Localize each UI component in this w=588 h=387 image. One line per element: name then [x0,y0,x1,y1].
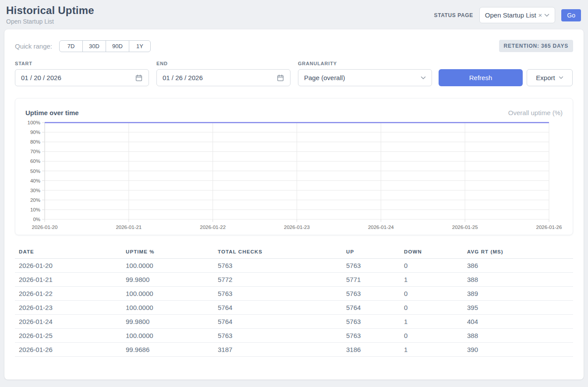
column-header: UP [342,246,400,259]
y-axis-tick-label: 40% [30,178,40,183]
topbar: Historical Uptime Open Startup List STAT… [0,0,588,28]
main-panel: Quick range: 7D30D90D1Y RETENTION: 365 D… [4,29,584,380]
column-header: AVG RT (MS) [463,246,573,259]
granularity-select[interactable]: Page (overall) [298,69,432,86]
table-cell: 2026-01-24 [15,315,122,329]
table-cell: 5764 [214,301,342,315]
column-header: DOWN [400,246,463,259]
table-header-row: DATEUPTIME %TOTAL CHECKSUPDOWNAVG RT (MS… [15,246,573,259]
table-cell: 100.0000 [122,287,214,301]
quick-range-7d[interactable]: 7D [59,40,83,52]
chevron-down-icon [559,76,563,79]
table-cell: 390 [463,343,573,357]
export-button[interactable]: Export [527,69,573,86]
page-subtitle: Open Startup List [6,18,94,25]
x-axis-tick-label: 2026-01-23 [284,225,310,230]
page-title: Historical Uptime [6,4,94,17]
chart-title: Uptime over time [25,109,79,116]
table-cell: 2026-01-21 [15,273,122,287]
end-date-field: END 01 / 26 / 2026 [156,61,298,86]
table-cell: 0 [400,301,463,315]
column-header: DATE [15,246,122,259]
table-cell: 388 [463,329,573,343]
table-cell: 5763 [342,329,400,343]
status-page-label: STATUS PAGE [434,12,473,18]
quick-range-1y[interactable]: 1Y [129,40,151,52]
table-cell: 5763 [342,287,400,301]
start-label: START [15,61,156,66]
table-cell: 1 [400,343,463,357]
calendar-icon[interactable] [276,74,284,82]
topbar-controls: STATUS PAGE Open Startup List × Go [434,7,581,23]
table-cell: 5763 [214,329,342,343]
chart-legend: Overall uptime (%) [508,109,563,116]
x-axis-tick-label: 2026-01-25 [452,225,478,230]
y-axis-tick-label: 30% [30,188,40,193]
table-cell: 389 [463,287,573,301]
end-date-input[interactable]: 01 / 26 / 2026 [156,69,290,86]
chevron-down-icon [421,76,426,80]
calendar-icon[interactable] [135,74,143,82]
quick-range-label: Quick range: [15,42,52,50]
uptime-line-chart: 0%10%20%30%40%50%60%70%80%90%100%2026-01… [22,119,566,230]
title-block: Historical Uptime Open Startup List [6,4,94,25]
table-cell: 2026-01-22 [15,287,122,301]
y-axis-tick-label: 0% [33,217,40,222]
y-axis-tick-label: 70% [30,149,40,154]
table-cell: 2026-01-20 [15,259,122,273]
y-axis-tick-label: 80% [30,139,40,144]
table-cell: 100.0000 [122,329,214,343]
table-cell: 5763 [342,259,400,273]
quick-range-group: 7D30D90D1Y [59,40,151,52]
table-cell: 386 [463,259,573,273]
x-axis-tick-label: 2026-01-20 [32,225,58,230]
table-cell: 99.9686 [122,343,214,357]
table-row: 2026-01-2499.9800576457631404 [15,315,573,329]
table-cell: 3187 [214,343,342,357]
table-cell: 0 [400,259,463,273]
y-axis-tick-label: 90% [30,130,40,135]
table-cell: 0 [400,287,463,301]
table-row: 2026-01-2199.9800577257711388 [15,273,573,287]
x-axis-tick-label: 2026-01-24 [368,225,394,230]
granularity-label: GRANULARITY [298,61,439,66]
go-button[interactable]: Go [561,9,581,21]
y-axis-tick-label: 50% [30,169,40,174]
export-label: Export [536,74,555,81]
table-cell: 5763 [342,315,400,329]
x-axis-tick-label: 2026-01-22 [200,225,226,230]
table-row: 2026-01-25100.0000576357630388 [15,329,573,343]
start-date-input[interactable]: 01 / 20 / 2026 [15,69,149,86]
quick-range-30d[interactable]: 30D [82,40,106,52]
table-row: 2026-01-2699.9686318731861390 [15,343,573,357]
granularity-field: GRANULARITY Page (overall) [298,61,439,86]
x-axis-tick-label: 2026-01-26 [536,225,562,230]
quick-range-90d[interactable]: 90D [106,40,129,52]
table-row: 2026-01-20100.0000576357630386 [15,259,573,273]
uptime-chart-card: Uptime over time Overall uptime (%) 0%10… [15,98,573,235]
table-cell: 5772 [214,273,342,287]
x-axis-tick-label: 2026-01-21 [116,225,142,230]
table-cell: 404 [463,315,573,329]
table-cell: 388 [463,273,573,287]
uptime-table: DATEUPTIME %TOTAL CHECKSUPDOWNAVG RT (MS… [15,246,573,357]
clear-selection-icon[interactable]: × [538,12,543,18]
chevron-down-icon [544,14,549,17]
chart-header: Uptime over time Overall uptime (%) [22,106,566,116]
table-cell: 99.9800 [122,273,214,287]
table-cell: 5771 [342,273,400,287]
table-cell: 0 [400,329,463,343]
y-axis-tick-label: 20% [30,197,40,203]
table-cell: 100.0000 [122,259,214,273]
refresh-button[interactable]: Refresh [439,69,523,86]
column-header: UPTIME % [122,246,214,259]
start-date-field: START 01 / 20 / 2026 [15,61,156,86]
column-header: TOTAL CHECKS [214,246,342,259]
table-cell: 5763 [214,259,342,273]
table-cell: 2026-01-25 [15,329,122,343]
granularity-selected-value: Page (overall) [304,74,421,81]
status-page-select[interactable]: Open Startup List × [479,7,556,23]
table-cell: 2026-01-26 [15,343,122,357]
filter-fields-row: START 01 / 20 / 2026 END 01 / 26 / 2026 … [15,61,573,86]
quick-range-row: Quick range: 7D30D90D1Y RETENTION: 365 D… [15,40,573,52]
